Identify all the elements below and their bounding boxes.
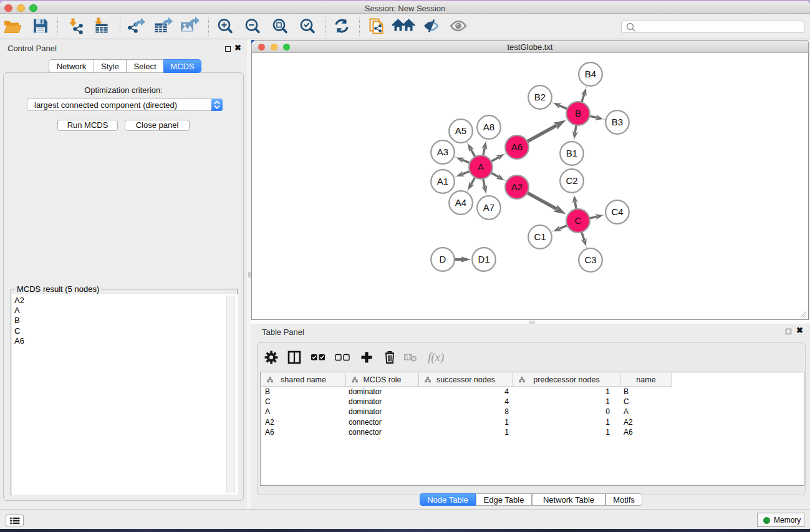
svg-text:A8: A8 [483,122,494,132]
svg-text:C1: C1 [534,231,546,242]
svg-text:C4: C4 [611,206,623,217]
svg-text:A6: A6 [511,142,523,152]
svg-text:D: D [440,254,446,264]
svg-text:D1: D1 [478,254,489,264]
svg-text:A4: A4 [455,197,466,208]
svg-text:A5: A5 [455,125,466,136]
svg-text:C3: C3 [584,254,596,265]
svg-text:A3: A3 [437,147,448,157]
svg-text:B1: B1 [566,148,577,158]
svg-text:B4: B4 [585,69,596,79]
svg-text:B: B [575,108,581,118]
svg-text:B3: B3 [612,117,623,127]
svg-text:C2: C2 [566,175,577,186]
svg-text:f(x): f(x) [428,351,444,364]
svg-text:A7: A7 [483,202,494,213]
svg-text:A2: A2 [511,181,523,192]
svg-text:A1: A1 [437,176,448,186]
svg-text:A: A [478,162,484,172]
svg-text:B2: B2 [534,92,546,102]
svg-text:C: C [575,215,582,226]
